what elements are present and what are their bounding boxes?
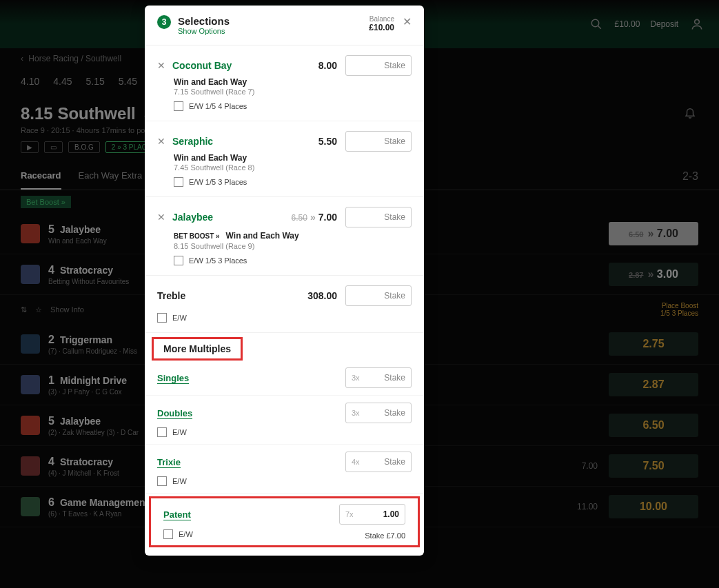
stake-input[interactable]: Stake <box>345 207 412 227</box>
remove-selection-icon[interactable]: ✕ <box>157 212 165 223</box>
ew-label: E/W <box>172 477 187 485</box>
betslip-panel: 3 Selections Show Options Balance £10.00… <box>145 6 424 556</box>
close-icon[interactable]: ✕ <box>403 15 412 28</box>
ew-checkbox[interactable] <box>157 427 167 437</box>
ew-label: E/W <box>179 530 193 538</box>
selection-market: Win and Each Way <box>174 153 412 163</box>
doubles-row: Doubles 3xStake E/W <box>145 396 424 445</box>
selection-name[interactable]: Seraphic <box>172 136 318 147</box>
boost-label: BET BOOST » <box>174 232 220 240</box>
patent-row: Patent 7x1.00 E/W Stake £7.00 <box>149 496 420 547</box>
stake-input[interactable]: 3xStake <box>345 367 412 388</box>
stake-input[interactable]: Stake <box>345 55 412 76</box>
ew-label: E/W <box>172 428 187 436</box>
ew-checkbox[interactable] <box>157 476 167 486</box>
stake-input[interactable]: Stake <box>345 285 412 306</box>
selection-row: ✕ Coconut Bay 8.00 Stake Win and Each Wa… <box>145 45 424 121</box>
ew-checkbox[interactable] <box>163 529 173 539</box>
trixie-row: Trixie 4xStake E/W <box>145 445 424 494</box>
show-options-link[interactable]: Show Options <box>178 27 230 35</box>
ew-label: E/W 1/5 3 Places <box>189 178 247 186</box>
selection-odds: 5.50 <box>318 136 337 147</box>
bet-credits-row: Use Bet Credits (10.00 available) <box>145 550 424 556</box>
ew-checkbox[interactable] <box>174 177 183 187</box>
more-multiples-heading: More Multiples <box>152 337 243 361</box>
selection-count: 3 <box>157 15 171 29</box>
stake-input[interactable]: 3xStake <box>345 403 412 423</box>
treble-label: Treble <box>157 290 307 301</box>
treble-row: Treble 308.00 Stake E/W <box>145 276 424 333</box>
balance-amount: £10.00 <box>369 23 394 32</box>
stake-input[interactable]: Stake <box>345 131 412 152</box>
selection-market: Win and Each Way <box>226 231 299 241</box>
selection-row: ✕ Seraphic 5.50 Stake Win and Each Way 7… <box>145 121 424 197</box>
doubles-label[interactable]: Doubles <box>157 408 192 419</box>
singles-row: Singles 3xStake <box>145 361 424 396</box>
remove-selection-icon[interactable]: ✕ <box>157 60 165 71</box>
ew-label: E/W 1/5 4 Places <box>189 102 247 110</box>
selection-name[interactable]: Jalaybee <box>172 212 292 223</box>
remove-selection-icon[interactable]: ✕ <box>157 136 165 147</box>
balance-label: Balance <box>369 15 394 23</box>
stake-input[interactable]: 7x1.00 <box>339 504 405 525</box>
selection-event: 7.15 Southwell (Race 7) <box>174 88 412 96</box>
selection-odds: 8.00 <box>318 60 337 71</box>
selection-event: 8.15 Southwell (Race 9) <box>174 242 412 250</box>
stake-note: Stake £7.00 <box>365 531 405 540</box>
singles-label[interactable]: Singles <box>157 373 189 384</box>
patent-label[interactable]: Patent <box>163 509 191 520</box>
selection-event: 7.45 Southwell (Race 8) <box>174 163 412 172</box>
selection-name[interactable]: Coconut Bay <box>172 60 318 71</box>
ew-checkbox[interactable] <box>174 101 183 111</box>
ew-label: E/W <box>172 314 187 322</box>
ew-checkbox[interactable] <box>174 256 183 265</box>
selection-odds: 6.50»7.00 <box>292 212 337 223</box>
ew-label: E/W 1/5 3 Places <box>189 256 247 265</box>
treble-odds: 308.00 <box>307 290 337 301</box>
trixie-label[interactable]: Trixie <box>157 457 181 468</box>
betslip-header: 3 Selections Show Options Balance £10.00… <box>145 6 424 45</box>
betslip-title: Selections <box>178 15 230 27</box>
selection-market: Win and Each Way <box>174 77 412 87</box>
selection-row: ✕ Jalaybee 6.50»7.00 Stake BET BOOST » W… <box>145 197 424 276</box>
ew-checkbox[interactable] <box>157 313 167 323</box>
stake-input[interactable]: 4xStake <box>345 452 412 472</box>
